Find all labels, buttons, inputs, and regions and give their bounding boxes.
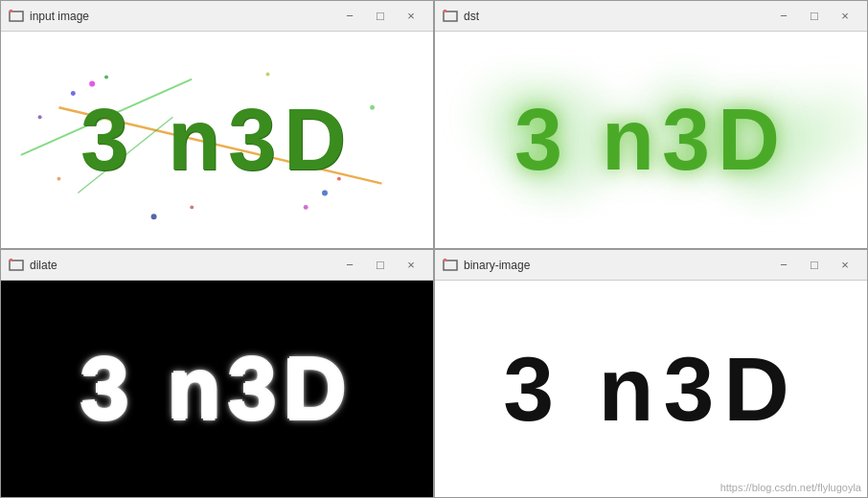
input-image-text: 3 n3D bbox=[80, 91, 354, 190]
titlebar-buttons-dilate: − □ × bbox=[335, 255, 425, 276]
titlebar-title-input: input image bbox=[30, 10, 335, 23]
titlebar-binary-image: binary-image − □ × bbox=[435, 250, 867, 281]
close-button-dilate[interactable]: × bbox=[397, 255, 425, 276]
canvas-input-image: 3 n3D bbox=[1, 32, 433, 248]
svg-rect-25 bbox=[10, 259, 12, 261]
svg-point-5 bbox=[89, 81, 95, 87]
window-icon-binary bbox=[443, 258, 458, 273]
window-icon-dilate bbox=[9, 258, 24, 273]
window-dilate: dilate − □ × 3 n3D bbox=[0, 249, 434, 498]
window-binary-image: binary-image − □ × 3 n3D https://blog.cs… bbox=[434, 249, 868, 498]
svg-rect-17 bbox=[444, 11, 457, 21]
watermark-text: https://blog.csdn.net/flylugoyla bbox=[720, 482, 861, 493]
svg-rect-1 bbox=[10, 10, 12, 12]
svg-point-13 bbox=[57, 177, 60, 181]
dilate-image-text: 3 n3D bbox=[80, 340, 354, 439]
titlebar-buttons-dst: − □ × bbox=[769, 6, 859, 27]
svg-point-11 bbox=[151, 214, 157, 219]
restore-button-dst[interactable]: □ bbox=[800, 6, 829, 27]
minimize-button-dst[interactable]: − bbox=[769, 6, 798, 27]
svg-point-7 bbox=[71, 91, 76, 96]
restore-button-binary[interactable]: □ bbox=[800, 255, 829, 276]
restore-button-dilate[interactable]: □ bbox=[366, 255, 395, 276]
restore-button-input[interactable]: □ bbox=[366, 6, 395, 27]
svg-point-15 bbox=[190, 205, 194, 209]
close-button-input[interactable]: × bbox=[397, 6, 425, 27]
titlebar-buttons-input: − □ × bbox=[335, 6, 425, 27]
titlebar-title-dst: dst bbox=[464, 10, 769, 23]
svg-point-8 bbox=[322, 191, 328, 196]
svg-rect-27 bbox=[444, 259, 446, 261]
svg-point-23 bbox=[797, 88, 867, 164]
canvas-dst-image: 3 n3D bbox=[435, 32, 867, 248]
svg-point-6 bbox=[104, 76, 108, 79]
svg-rect-24 bbox=[10, 260, 23, 270]
minimize-button-input[interactable]: − bbox=[335, 6, 364, 27]
close-button-dst[interactable]: × bbox=[831, 6, 859, 27]
window-dst: dst − □ × 3 n3D bbox=[434, 0, 868, 249]
titlebar-dilate: dilate − □ × bbox=[1, 250, 433, 281]
titlebar-buttons-binary: − □ × bbox=[769, 255, 859, 276]
titlebar-title-dilate: dilate bbox=[30, 259, 335, 272]
svg-point-16 bbox=[38, 115, 42, 119]
canvas-binary-image: 3 n3D https://blog.csdn.net/flylugoyla bbox=[435, 281, 867, 497]
binary-image-text: 3 n3D bbox=[503, 337, 799, 441]
minimize-button-dilate[interactable]: − bbox=[335, 255, 364, 276]
titlebar-input-image: input image − □ × bbox=[1, 1, 433, 32]
close-button-binary[interactable]: × bbox=[831, 255, 859, 276]
svg-point-10 bbox=[304, 205, 308, 210]
svg-rect-26 bbox=[444, 260, 457, 270]
titlebar-dst: dst − □ × bbox=[435, 1, 867, 32]
svg-point-14 bbox=[370, 105, 375, 110]
titlebar-title-binary: binary-image bbox=[464, 259, 769, 272]
minimize-button-binary[interactable]: − bbox=[769, 255, 798, 276]
canvas-dilate-image: 3 n3D bbox=[1, 281, 433, 497]
svg-point-12 bbox=[266, 73, 270, 77]
window-icon-input bbox=[9, 9, 24, 24]
dst-image-text: 3 n3D bbox=[514, 91, 788, 190]
svg-rect-18 bbox=[444, 10, 446, 12]
svg-rect-0 bbox=[10, 11, 23, 21]
window-input-image: input image − □ × 3 n bbox=[0, 0, 434, 249]
window-icon-dst bbox=[443, 9, 458, 24]
